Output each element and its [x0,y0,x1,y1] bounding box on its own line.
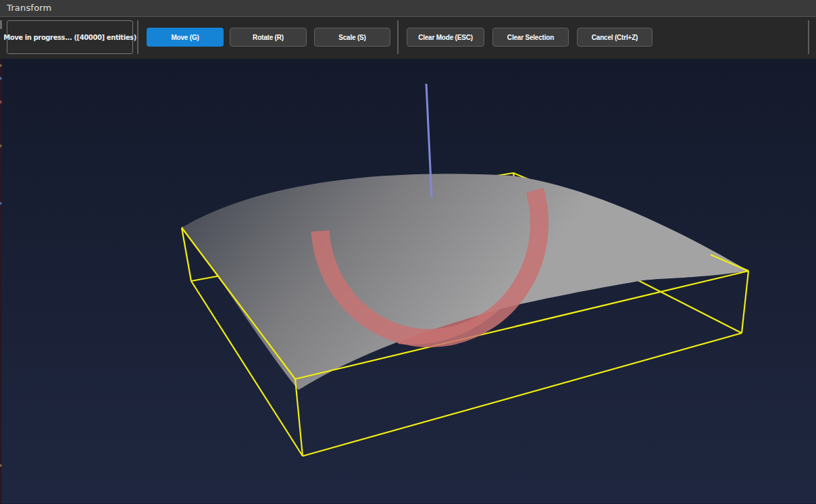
window-titlebar: Transform [0,0,816,17]
transform-toolbar: Move in progress... ([40000] entities) M… [0,17,816,59]
toolbar-separator [137,20,138,54]
status-box: Move in progress... ([40000] entities) [7,20,133,54]
toolbar-separator [808,20,809,54]
toolbar-separator [397,20,399,54]
viewport-3d[interactable] [0,59,816,503]
move-button[interactable]: Move (G) [147,28,224,47]
viewport-canvas[interactable] [0,59,816,503]
window-title: Transform [7,3,51,13]
panel-edge-notch [0,20,2,29]
scale-button[interactable]: Scale (S) [314,28,390,47]
rotate-button[interactable]: Rotate (R) [230,28,307,47]
panel-edge-strip [0,59,2,503]
clear-selection-button[interactable]: Clear Selection [492,28,569,47]
status-text: Move in progress... ([40000] entities) [3,34,136,41]
cancel-button[interactable]: Cancel (Ctrl+Z) [577,28,653,47]
clear-mode-button[interactable]: Clear Mode (ESC) [407,28,484,47]
